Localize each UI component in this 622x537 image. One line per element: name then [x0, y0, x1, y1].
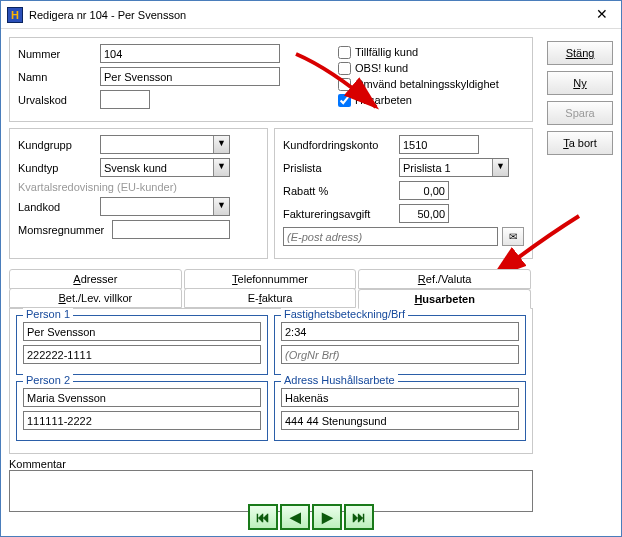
- top-left: Nummer Namn Urvalskod: [18, 44, 298, 113]
- person2-pnr-input[interactable]: [23, 411, 261, 430]
- close-icon[interactable]: ✕: [589, 5, 615, 25]
- stang-button[interactable]: Stäng: [547, 41, 613, 65]
- top-group: Nummer Namn Urvalskod Tillfällig kund OB…: [9, 37, 533, 122]
- person1-pnr-input[interactable]: [23, 345, 261, 364]
- tabpanel-husarbeten: Person 1 Person 2: [9, 308, 533, 454]
- urvalskod-input[interactable]: [100, 90, 150, 109]
- person2-name-input[interactable]: [23, 388, 261, 407]
- last-icon: ⏭: [352, 509, 366, 525]
- tab-adresser[interactable]: Adresser: [9, 269, 182, 289]
- chevron-down-icon: ▼: [213, 136, 229, 153]
- mail-button[interactable]: ✉: [502, 227, 524, 246]
- tab-refvaluta[interactable]: Ref./Valuta: [358, 269, 531, 289]
- fastighet-org-input[interactable]: [281, 345, 519, 364]
- kundtyp-combo[interactable]: Svensk kund ▼: [100, 158, 230, 177]
- nav-last-button[interactable]: ⏭: [344, 504, 374, 530]
- fakturering-label: Faktureringsavgift: [283, 208, 395, 220]
- kundgrupp-combo[interactable]: ▼: [100, 135, 230, 154]
- chk-omvand-box[interactable]: [338, 78, 351, 91]
- chk-husarbeten[interactable]: Husarbeten: [338, 92, 524, 108]
- side-buttons: Stäng Ny Spara Ta bort: [547, 41, 613, 155]
- adress-2-input[interactable]: [281, 411, 519, 430]
- nummer-input[interactable]: [100, 44, 280, 63]
- rabatt-label: Rabatt %: [283, 185, 395, 197]
- chevron-down-icon: ▼: [213, 159, 229, 176]
- top-right: Tillfällig kund OBS! kund Omvänd betalni…: [298, 44, 524, 113]
- namn-input[interactable]: [100, 67, 280, 86]
- prev-icon: ◀: [290, 509, 301, 525]
- fakturering-input[interactable]: [399, 204, 449, 223]
- left-group: Kundgrupp ▼ Kundtyp Svensk kund ▼: [9, 128, 268, 259]
- next-icon: ▶: [322, 509, 333, 525]
- ny-button[interactable]: Ny: [547, 71, 613, 95]
- momsreg-label: Momsregnummer: [18, 224, 108, 236]
- tab-telefonnummer[interactable]: Telefonnummer: [184, 269, 357, 289]
- tabrow-1: Adresser Telefonnummer Ref./Valuta: [9, 269, 533, 289]
- chk-omvand[interactable]: Omvänd betalningsskyldighet: [338, 76, 524, 92]
- window-title: Redigera nr 104 - Per Svensson: [29, 9, 589, 21]
- chk-husarbeten-box[interactable]: [338, 94, 351, 107]
- person1-name-input[interactable]: [23, 322, 261, 341]
- nav-prev-button[interactable]: ◀: [280, 504, 310, 530]
- fieldset-person2: Person 2: [16, 381, 268, 441]
- person2-legend: Person 2: [23, 374, 73, 386]
- nav-next-button[interactable]: ▶: [312, 504, 342, 530]
- dialog-window: H Redigera nr 104 - Per Svensson ✕ Stäng…: [0, 0, 622, 537]
- adress-1-input[interactable]: [281, 388, 519, 407]
- fastighet-legend: Fastighetsbeteckning/Brf: [281, 308, 408, 320]
- kundgrupp-label: Kundgrupp: [18, 139, 96, 151]
- fieldset-adress: Adress Hushållsarbete: [274, 381, 526, 441]
- chk-obs-box[interactable]: [338, 62, 351, 75]
- kommentar-label: Kommentar: [9, 458, 533, 470]
- nummer-label: Nummer: [18, 48, 96, 60]
- chevron-down-icon: ▼: [492, 159, 508, 176]
- app-icon: H: [7, 7, 23, 23]
- adress-legend: Adress Hushållsarbete: [281, 374, 398, 386]
- namn-label: Namn: [18, 71, 96, 83]
- momsreg-input[interactable]: [112, 220, 230, 239]
- tab-betlev[interactable]: Bet./Lev. villkor: [9, 288, 182, 308]
- prislista-combo[interactable]: Prislista 1 ▼: [399, 158, 509, 177]
- chevron-down-icon: ▼: [213, 198, 229, 215]
- record-nav: ⏮ ◀ ▶ ⏭: [1, 504, 621, 530]
- tabrow-2: Bet./Lev. villkor E-faktura Husarbeten: [9, 288, 533, 308]
- fieldset-fastighet: Fastighetsbeteckning/Brf: [274, 315, 526, 375]
- prislista-label: Prislista: [283, 162, 395, 174]
- rabatt-input[interactable]: [399, 181, 449, 200]
- first-icon: ⏮: [256, 509, 270, 525]
- urvalskod-label: Urvalskod: [18, 94, 96, 106]
- tab-efaktura[interactable]: E-faktura: [184, 288, 357, 308]
- fastighet-input[interactable]: [281, 322, 519, 341]
- chk-tillfallig[interactable]: Tillfällig kund: [338, 44, 524, 60]
- spara-button: Spara: [547, 101, 613, 125]
- person1-legend: Person 1: [23, 308, 73, 320]
- mid-groups: Kundgrupp ▼ Kundtyp Svensk kund ▼: [9, 128, 533, 259]
- right-group: Kundfordringskonto Prislista Prislista 1…: [274, 128, 533, 259]
- tabs: Adresser Telefonnummer Ref./Valuta Bet./…: [9, 269, 533, 454]
- chk-obs[interactable]: OBS! kund: [338, 60, 524, 76]
- tab-husarbeten[interactable]: Husarbeten: [358, 289, 531, 309]
- epost-input[interactable]: [283, 227, 498, 246]
- tabort-button[interactable]: Ta bort: [547, 131, 613, 155]
- kundfordring-label: Kundfordringskonto: [283, 139, 395, 151]
- titlebar: H Redigera nr 104 - Per Svensson ✕: [1, 1, 621, 29]
- fieldset-person1: Person 1: [16, 315, 268, 375]
- kundtyp-label: Kundtyp: [18, 162, 96, 174]
- nav-first-button[interactable]: ⏮: [248, 504, 278, 530]
- kvartal-label: Kvartalsredovisning (EU-kunder): [18, 181, 177, 193]
- kundfordring-input[interactable]: [399, 135, 479, 154]
- content-area: Stäng Ny Spara Ta bort Nummer Namn: [1, 29, 621, 536]
- landkod-combo[interactable]: ▼: [100, 197, 230, 216]
- landkod-label: Landkod: [18, 201, 96, 213]
- main-area: Nummer Namn Urvalskod Tillfällig kund OB…: [9, 37, 533, 514]
- chk-tillfallig-box[interactable]: [338, 46, 351, 59]
